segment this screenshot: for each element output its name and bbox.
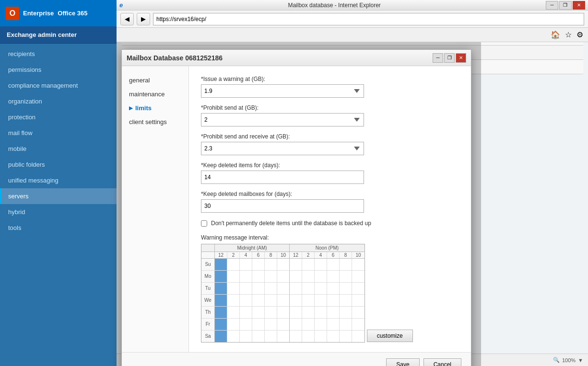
sidebar-item-hybrid[interactable]: hybrid [0,204,117,220]
browser-minimize-btn[interactable]: ─ [546,1,558,10]
sidebar-item-protection[interactable]: protection [0,109,117,125]
grid-cell-we-9[interactable] [327,295,340,306]
sidebar-item-publicfolders[interactable]: public folders [0,157,117,172]
grid-cell-fr-10[interactable] [340,319,352,330]
grid-cell-sa-10[interactable] [340,331,352,342]
grid-cell-mo-0[interactable] [215,271,227,282]
grid-cell-tu-8[interactable] [315,283,327,294]
zoom-arrow[interactable]: ▼ [578,357,583,363]
grid-cell-fr-0[interactable] [215,319,227,330]
grid-cell-su-1[interactable] [227,259,240,270]
grid-cell-th-2[interactable] [240,307,252,318]
save-button[interactable]: Save [386,358,419,366]
dialog-close-btn[interactable]: ✕ [456,53,466,63]
sidebar-item-mobile[interactable]: mobile [0,141,117,157]
grid-cell-sa-1[interactable] [227,331,240,342]
grid-cell-mo-8[interactable] [315,271,327,282]
sidebar-item-mailflow[interactable]: mail flow [0,125,117,141]
grid-cell-tu-4[interactable] [265,283,277,294]
grid-cell-we-5[interactable] [277,295,290,306]
grid-cell-th-0[interactable] [215,307,227,318]
grid-cell-th-1[interactable] [227,307,240,318]
grid-cell-we-2[interactable] [240,295,252,306]
grid-cell-th-4[interactable] [265,307,277,318]
dialog-minimize-btn[interactable]: ─ [433,53,443,63]
grid-cell-mo-2[interactable] [240,271,252,282]
sidebar-item-permissions[interactable]: permissions [0,62,117,78]
sidebar-item-tools[interactable]: tools [0,220,117,236]
dialog-nav-maintenance[interactable]: maintenance [122,87,188,101]
dialog-restore-btn[interactable]: ❐ [444,53,455,63]
grid-cell-tu-1[interactable] [227,283,240,294]
grid-cell-th-9[interactable] [327,307,340,318]
grid-cell-fr-4[interactable] [265,319,277,330]
grid-cell-su-8[interactable] [315,259,327,270]
browser-restore-btn[interactable]: ❐ [559,1,572,10]
grid-cell-we-0[interactable] [215,295,227,306]
grid-cell-mo-3[interactable] [252,271,265,282]
grid-cell-we-11[interactable] [352,295,365,306]
forward-button[interactable]: ▶ [137,13,150,25]
cancel-button[interactable]: Cancel [423,358,461,366]
grid-cell-tu-2[interactable] [240,283,252,294]
grid-cell-tu-7[interactable] [302,283,315,294]
grid-cell-fr-5[interactable] [277,319,290,330]
grid-cell-sa-8[interactable] [315,331,327,342]
grid-cell-th-3[interactable] [252,307,265,318]
grid-cell-tu-10[interactable] [340,283,352,294]
dont-delete-checkbox[interactable] [201,220,207,227]
prohibit-send-receive-select[interactable]: 2.3 2.5 3.0 [201,142,364,155]
dialog-nav-general[interactable]: general [122,73,188,87]
grid-cell-we-7[interactable] [302,295,315,306]
dialog-nav-limits[interactable]: ▶ limits [122,101,188,115]
grid-cell-th-8[interactable] [315,307,327,318]
grid-cell-tu-9[interactable] [327,283,340,294]
grid-cell-we-4[interactable] [265,295,277,306]
sidebar-item-unifiedmessaging[interactable]: unified messaging [0,172,117,188]
grid-cell-we-1[interactable] [227,295,240,306]
grid-cell-sa-0[interactable] [215,331,227,342]
grid-cell-fr-3[interactable] [252,319,265,330]
dialog-nav-client-settings[interactable]: client settings [122,115,188,129]
grid-cell-fr-8[interactable] [315,319,327,330]
settings-icon[interactable]: ⚙ [576,30,583,39]
grid-cell-fr-9[interactable] [327,319,340,330]
grid-cell-fr-7[interactable] [302,319,315,330]
grid-cell-sa-7[interactable] [302,331,315,342]
grid-cell-th-11[interactable] [352,307,365,318]
grid-cell-mo-6[interactable] [290,271,302,282]
sidebar-item-compliance[interactable]: compliance management [0,78,117,93]
grid-cell-we-6[interactable] [290,295,302,306]
grid-cell-mo-5[interactable] [277,271,290,282]
grid-cell-su-7[interactable] [302,259,315,270]
grid-cell-mo-4[interactable] [265,271,277,282]
grid-cell-fr-11[interactable] [352,319,365,330]
grid-cell-sa-4[interactable] [265,331,277,342]
grid-cell-su-9[interactable] [327,259,340,270]
grid-cell-sa-2[interactable] [240,331,252,342]
grid-cell-su-10[interactable] [340,259,352,270]
browser-close-btn[interactable]: ✕ [573,1,585,10]
star-icon[interactable]: ☆ [565,30,572,39]
grid-cell-tu-6[interactable] [290,283,302,294]
home-icon[interactable]: 🏠 [551,30,560,39]
grid-cell-fr-2[interactable] [240,319,252,330]
sidebar-item-servers[interactable]: servers [0,188,117,204]
grid-cell-su-2[interactable] [240,259,252,270]
grid-cell-sa-3[interactable] [252,331,265,342]
grid-cell-th-5[interactable] [277,307,290,318]
grid-cell-tu-0[interactable] [215,283,227,294]
grid-cell-su-3[interactable] [252,259,265,270]
grid-cell-su-11[interactable] [352,259,365,270]
grid-cell-we-8[interactable] [315,295,327,306]
issue-warning-select[interactable]: 1.9 2.0 2.5 3.0 [201,84,364,98]
grid-cell-we-3[interactable] [252,295,265,306]
grid-cell-mo-11[interactable] [352,271,365,282]
grid-cell-fr-6[interactable] [290,319,302,330]
sidebar-item-recipients[interactable]: recipients [0,46,117,62]
grid-cell-mo-10[interactable] [340,271,352,282]
grid-cell-su-5[interactable] [277,259,290,270]
grid-cell-th-6[interactable] [290,307,302,318]
grid-cell-sa-11[interactable] [352,331,365,342]
grid-cell-th-7[interactable] [302,307,315,318]
